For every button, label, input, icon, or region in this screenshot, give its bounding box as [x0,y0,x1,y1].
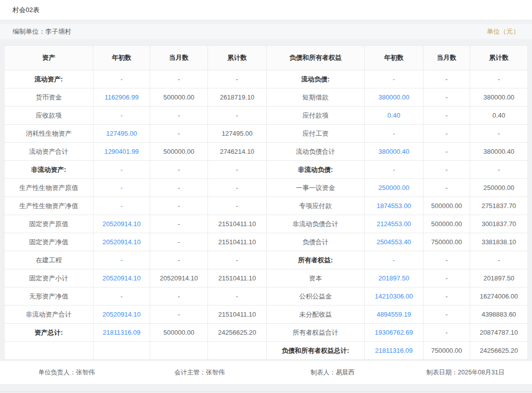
value-cell: - [150,287,208,306]
currency-unit-label: 单位（元） [487,27,519,36]
value-cell[interactable]: 380000.00 [365,88,423,107]
row-label-cell: 一事一议资金 [267,179,365,197]
value-cell[interactable]: - [93,197,150,215]
value-cell: 21510411.10 [208,269,267,287]
value-cell[interactable]: 1162906.99 [93,88,150,107]
value-cell: 250000.00 [470,179,528,197]
row-label-cell: 资本 [267,269,365,287]
header-assets: 资产 [5,46,93,70]
value-cell: 500000.00 [423,215,470,233]
row-label-cell: 公积公益金 [267,287,365,306]
value-cell[interactable]: - [365,161,423,179]
row-label-cell: 短期借款 [267,88,365,107]
value-cell[interactable]: 14210306.00 [365,287,423,306]
value-cell: - [150,197,208,215]
unit-label: 编制单位： [13,28,45,35]
value-cell: - [423,70,470,88]
value-cell: - [150,306,208,324]
signature-bar: 单位负责人：张智伟 会计主管：张智伟 制表人：易晨西 制表日期：2025年08月… [0,361,532,384]
value-cell: - [470,70,528,88]
value-cell: - [423,324,470,342]
value-cell[interactable]: - [93,179,150,197]
value-cell[interactable]: 19306762.69 [365,324,423,342]
value-cell: - [423,125,470,143]
row-label-cell: 货币资金 [5,88,93,107]
value-cell: - [150,161,208,179]
value-cell[interactable]: 201897.50 [365,269,423,287]
value-cell: 3381838.10 [470,233,528,251]
value-cell[interactable]: - [93,251,150,269]
sign-label: 制表日期： [427,369,458,376]
value-cell[interactable]: 1874553.00 [365,197,423,215]
value-cell[interactable]: 127495.00 [93,125,150,143]
value-cell: - [423,251,470,269]
value-cell[interactable]: - [93,161,150,179]
row-label-cell: 负债和所有者权益总计: [267,342,365,360]
header-liabilities-beginning: 年初数 [365,46,423,70]
value-cell[interactable]: 21811316.09 [93,324,150,342]
row-label-cell: 非流动负债: [267,161,365,179]
value-cell: 2618719.10 [208,88,267,107]
value-cell[interactable]: 250000.00 [365,179,423,197]
row-label-cell: 流动负债合计 [267,143,365,161]
value-cell [150,342,208,360]
value-cell[interactable]: 2504553.40 [365,233,423,251]
table-row: 应收款项---应付款项0.40-0.40 [5,107,528,125]
value-cell: - [150,233,208,251]
bottom-divider [0,391,532,392]
value-cell: - [423,179,470,197]
value-cell: 380000.40 [470,143,528,161]
table-row: 非流动资产合计20520914.10-21510411.10未分配收益48945… [5,306,528,324]
value-cell: 2751837.70 [470,197,528,215]
row-label-cell: 所有者权益合计 [267,324,365,342]
value-cell[interactable]: 0.40 [365,107,423,125]
row-label-cell: 非流动负债合计 [267,215,365,233]
value-cell[interactable]: 20520914.10 [93,215,150,233]
value-cell: - [208,70,267,88]
value-cell: 24256625.20 [470,342,528,360]
sign-value: 张智伟 [76,369,95,376]
value-cell[interactable]: - [365,251,423,269]
value-cell[interactable]: 20520914.10 [93,306,150,324]
row-label-cell: 消耗性生物资产 [5,125,93,143]
table-row: 无形资产净值---公积公益金14210306.00-16274006.00 [5,287,528,306]
header-assets-beginning: 年初数 [93,46,150,70]
value-cell[interactable]: 4894559.19 [365,306,423,324]
value-cell[interactable]: 21811316.09 [365,342,423,360]
value-cell[interactable]: 20520914.10 [93,269,150,287]
value-cell: 4398883.60 [470,306,528,324]
row-label-cell: 负债合计 [267,233,365,251]
sign-label: 制表人： [310,369,336,376]
value-cell: - [208,107,267,125]
value-cell: 21510411.10 [208,215,267,233]
value-cell[interactable]: - [93,287,150,306]
value-cell: 20874787.10 [470,324,528,342]
header-assets-current-month: 当月数 [150,46,208,70]
row-label-cell: 应付工资 [267,125,365,143]
value-cell[interactable]: - [93,70,150,88]
table-row: 生产性生物资产原值---一事一议资金250000.00-250000.00 [5,179,528,197]
value-cell[interactable]: 1290401.99 [93,143,150,161]
table-header-row: 资产 年初数 当月数 累计数 负债和所有者权益 年初数 当月数 累计数 [5,46,528,70]
value-cell: - [208,287,267,306]
accounting-supervisor: 会计主管：张智伟 [133,368,266,377]
sign-value: 张智伟 [206,369,225,376]
row-label-cell [5,342,93,360]
table-row: 生产性生物资产净值---专项应付款1874553.00500000.002751… [5,197,528,215]
value-cell[interactable]: 380000.40 [365,143,423,161]
value-cell[interactable]: - [93,107,150,125]
value-cell[interactable]: - [365,70,423,88]
row-label-cell: 生产性生物资产净值 [5,197,93,215]
value-cell[interactable]: 2124553.00 [365,215,423,233]
value-cell: - [423,306,470,324]
value-cell: - [150,125,208,143]
value-cell[interactable]: 20520914.10 [93,233,150,251]
value-cell: - [208,251,267,269]
value-cell[interactable]: - [365,125,423,143]
table-row: 在建工程---所有者权益:--- [5,251,528,269]
value-cell [93,342,150,360]
table-row: 非流动资产:---非流动负债:--- [5,161,528,179]
table-row: 固定资产小计20520914.1020520914.1021510411.10资… [5,269,528,287]
value-cell: - [470,251,528,269]
sign-value: 2025年08月31日 [458,369,504,376]
